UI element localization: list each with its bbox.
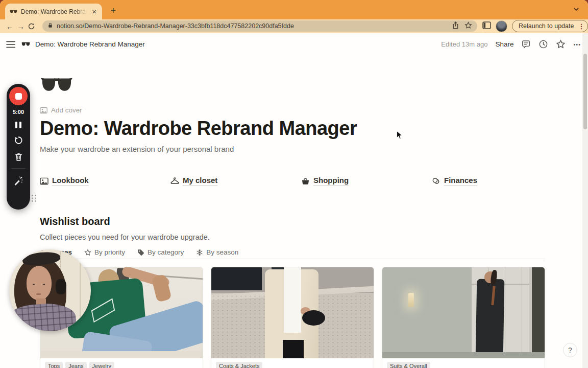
link-label: My closet (183, 176, 217, 186)
link-label: Lookbook (52, 176, 89, 186)
restart-recording-button[interactable] (14, 135, 23, 145)
card-tags: Coats & Jackets (211, 358, 374, 368)
tab-label: By priority (94, 248, 125, 256)
tab-label: By season (206, 248, 238, 256)
link-label: Shopping (313, 176, 349, 186)
wishlist-description: Collect pieces you need for your wardrob… (40, 233, 210, 241)
tab-by-category[interactable]: By category (137, 248, 184, 259)
snowflake-icon (196, 249, 203, 256)
profile-avatar[interactable] (496, 20, 507, 32)
scrollbar-thumb[interactable] (583, 54, 587, 129)
tab-title: Demo: Wardrobe Rebrand Mar (21, 8, 87, 15)
pause-button[interactable] (15, 122, 21, 128)
add-cover-label: Add cover (51, 106, 82, 114)
forward-button[interactable]: → (17, 20, 24, 32)
wishlist-gallery: Tops Jeans Jewelry Coats & Jackets (40, 267, 545, 368)
screen-recorder-widget: 5:00 (7, 84, 30, 210)
sunglasses-favicon-icon (10, 10, 17, 14)
relaunch-label: Relaunch to update (519, 22, 574, 30)
card-tags: Tops Jeans Jewelry (40, 358, 203, 368)
coins-icon (432, 177, 440, 185)
tabs-divider (40, 259, 545, 259)
page-subtitle: Make your wardrobe an extension of your … (40, 145, 234, 153)
more-options-icon[interactable]: ••• (573, 41, 581, 48)
share-button[interactable]: Share (495, 40, 513, 48)
notion-topbar: Demo: Wardrobe Rebrand Manager Edited 13… (0, 33, 588, 55)
effects-wand-button[interactable] (13, 176, 23, 186)
card-photo-dark-suit (382, 267, 545, 358)
page-links-row: Lookbook My closet Shopping Finances (40, 176, 562, 186)
link-finances[interactable]: Finances (432, 176, 477, 186)
card-tags: Suits & Overall (382, 358, 545, 368)
browser-menu-icon[interactable]: ⋮ (578, 22, 584, 30)
tab-strip: Demo: Wardrobe Rebrand Mar × + (0, 0, 588, 19)
tab-close-icon[interactable]: × (91, 8, 97, 15)
breadcrumb-sunglasses-icon (21, 42, 30, 47)
wishlist-card-coats[interactable]: Coats & Jackets (211, 267, 374, 368)
wishlist-heading: Wishlist board (40, 216, 110, 227)
address-bar[interactable]: notion.so/Demo-Wardrobe-Rebrand-Manager-… (42, 20, 477, 32)
star-icon (84, 249, 91, 256)
notion-page: Add cover Demo: Wardrobe Rebrand Manager… (0, 55, 582, 368)
browser-tab[interactable]: Demo: Wardrobe Rebrand Mar × (5, 4, 102, 19)
new-tab-button[interactable]: + (106, 4, 120, 18)
favorite-star-icon[interactable] (556, 39, 566, 49)
basket-icon (301, 177, 310, 185)
url-text: notion.so/Demo-Wardrobe-Rebrand-Manager-… (57, 22, 448, 30)
card-photo-beige-coat (211, 267, 374, 358)
tag-pill: Jeans (65, 362, 86, 368)
browser-toolbar: ← → notion.so/Demo-Wardrobe-Rebrand-Mana… (0, 19, 588, 33)
tag-pill: Jewelry (89, 362, 114, 368)
side-panel-icon[interactable] (482, 21, 491, 31)
tab-by-season[interactable]: By season (196, 248, 238, 259)
link-label: Finances (444, 176, 477, 186)
breadcrumb[interactable]: Demo: Wardrobe Rebrand Manager (35, 40, 145, 48)
image-icon (40, 177, 48, 185)
sidebar-menu-icon[interactable] (6, 41, 15, 48)
tag-pill: Coats & Jackets (216, 362, 262, 368)
hanger-icon (170, 177, 179, 185)
relaunch-to-update-button[interactable]: Relaunch to update ⋮ (512, 20, 588, 32)
page-sunglasses-icon[interactable] (41, 78, 72, 95)
block-drag-handle-icon[interactable] (31, 194, 37, 204)
browser-window: Demo: Wardrobe Rebrand Mar × + ← → notio… (0, 0, 588, 368)
delete-recording-button[interactable] (14, 152, 23, 162)
help-button[interactable]: ? (563, 343, 577, 357)
wishlist-card-suits[interactable]: Suits & Overall (382, 267, 545, 368)
link-shopping[interactable]: Shopping (301, 176, 349, 186)
tag-pill: Tops (45, 362, 63, 368)
comments-icon[interactable] (521, 40, 531, 49)
history-clock-icon[interactable] (538, 39, 548, 49)
bookmark-star-icon[interactable] (464, 21, 472, 31)
tag-icon (137, 249, 144, 256)
page-title: Demo: Wardrobe Rebrand Manager (40, 118, 357, 140)
tab-by-priority[interactable]: By priority (84, 248, 125, 259)
scrollbar-track (582, 33, 588, 368)
recording-timer: 5:00 (13, 109, 24, 115)
lock-icon[interactable] (47, 21, 53, 31)
back-button[interactable]: ← (6, 20, 14, 32)
webcam-bubble[interactable] (9, 249, 91, 331)
stop-icon (15, 93, 22, 100)
mouse-cursor (395, 130, 403, 142)
reload-button[interactable] (28, 20, 35, 32)
link-my-closet[interactable]: My closet (170, 176, 217, 186)
link-lookbook[interactable]: Lookbook (40, 176, 89, 186)
recorder-divider (11, 168, 26, 169)
tab-label: By category (148, 248, 184, 256)
stop-recording-button[interactable] (9, 87, 28, 105)
add-cover-button[interactable]: Add cover (40, 106, 82, 114)
tag-pill: Suits & Overall (387, 362, 430, 368)
share-page-icon[interactable] (452, 21, 459, 31)
edited-timestamp: Edited 13m ago (441, 40, 487, 48)
tab-search-chevron-icon[interactable] (573, 6, 580, 15)
